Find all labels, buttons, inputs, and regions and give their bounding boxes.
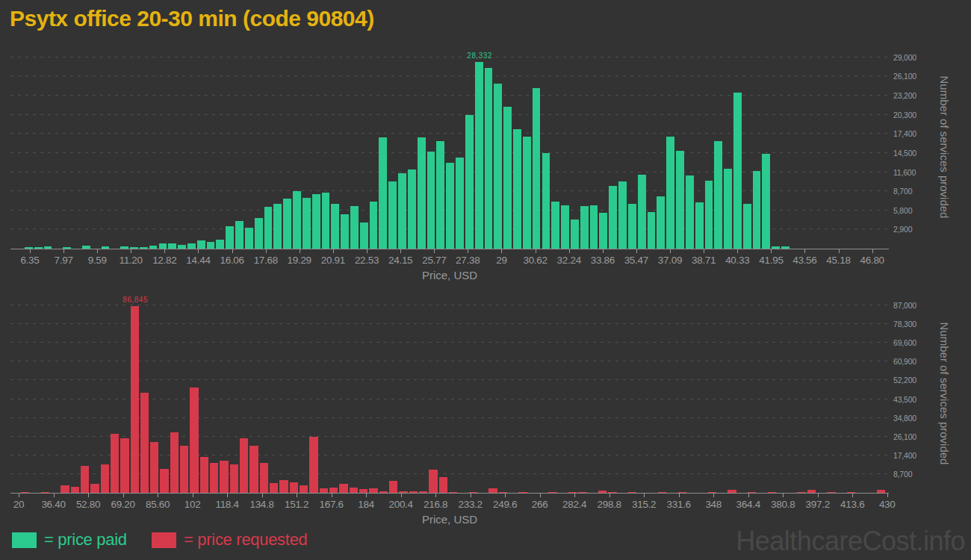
legend-item-price-requested: = price requested (152, 530, 308, 550)
grid-line (10, 361, 889, 361)
histogram-bar[interactable] (847, 492, 855, 494)
histogram-bar[interactable] (518, 492, 527, 494)
chart-page: Psytx office 20-30 min (code 90804) 28,3… (0, 0, 971, 560)
grid-line (10, 379, 889, 380)
x-tick-mark (227, 494, 228, 497)
x-tick-mark (123, 494, 124, 497)
histogram-bar[interactable] (469, 492, 477, 494)
x-tick-label: 331.6 (667, 499, 691, 510)
histogram-bar[interactable] (270, 483, 278, 493)
histogram-bar[interactable] (309, 437, 317, 493)
histogram-bar[interactable] (320, 488, 328, 493)
histogram-bar[interactable] (548, 492, 556, 494)
histogram-bar[interactable] (379, 491, 388, 493)
histogram-bar[interactable] (170, 432, 179, 493)
histogram-bar[interactable] (240, 438, 248, 493)
histogram-bar[interactable] (708, 492, 716, 494)
histogram-bar[interactable] (111, 434, 119, 493)
peak-value-label: 86,845 (122, 296, 148, 304)
histogram-bar[interactable] (359, 489, 367, 493)
histogram-bar[interactable] (658, 492, 666, 494)
histogram-bar[interactable] (101, 464, 109, 493)
histogram-bar[interactable] (499, 492, 507, 494)
histogram-bar[interactable] (21, 492, 29, 494)
histogram-bar[interactable] (628, 492, 636, 494)
histogram-bar[interactable] (419, 491, 427, 493)
histogram-bar[interactable] (71, 487, 79, 493)
histogram-bar[interactable] (439, 477, 447, 493)
legend-item-price-paid: = price paid (12, 530, 127, 550)
histogram-bar[interactable] (608, 492, 616, 494)
x-tick-label: 85.60 (146, 499, 170, 510)
histogram-bar[interactable] (568, 492, 577, 494)
x-tick-label: 52.80 (76, 499, 100, 510)
histogram-bar[interactable] (260, 463, 268, 493)
legend-label-price-requested: = price requested (184, 530, 308, 550)
x-tick-mark (332, 494, 332, 497)
x-tick-label: 249.6 (493, 499, 517, 510)
histogram-bar[interactable] (190, 388, 198, 493)
y-tick-label: 26,100 (893, 432, 916, 441)
histogram-bar[interactable] (399, 491, 407, 493)
x-axis-title: Price, USD (10, 513, 889, 526)
price-paid-swatch (12, 532, 37, 548)
histogram-bar[interactable] (797, 492, 805, 494)
x-tick-label: 134.8 (249, 499, 273, 510)
x-tick-mark (679, 494, 680, 497)
x-tick-mark (193, 494, 193, 497)
histogram-bar[interactable] (131, 306, 139, 493)
histogram-bar[interactable] (339, 484, 347, 493)
histogram-bar[interactable] (409, 491, 418, 493)
x-tick-mark (262, 494, 263, 497)
x-tick-label: 364.4 (736, 499, 760, 510)
y-tick-label: 17,400 (893, 451, 916, 460)
histogram-bar[interactable] (90, 484, 99, 493)
histogram-bar[interactable] (200, 457, 208, 493)
x-tick-mark (783, 494, 784, 497)
histogram-bar[interactable] (578, 492, 586, 494)
histogram-bar[interactable] (449, 492, 457, 494)
histogram-bar[interactable] (728, 490, 736, 493)
histogram-bar[interactable] (389, 481, 397, 493)
histogram-bar[interactable] (807, 490, 816, 493)
histogram-bar[interactable] (300, 485, 308, 493)
histogram-bar[interactable] (140, 393, 149, 493)
histogram-bar[interactable] (290, 482, 298, 493)
histogram-bar[interactable] (827, 492, 835, 494)
histogram-bar[interactable] (369, 488, 377, 493)
histogram-bar[interactable] (41, 492, 49, 494)
histogram-bar[interactable] (350, 488, 358, 493)
histogram-bar[interactable] (429, 470, 437, 493)
price-requested-x-axis: Price, USD 2036.4052.8069.2085.60102118.… (10, 494, 889, 529)
histogram-bar[interactable] (877, 490, 885, 493)
y-tick-label: 69,600 (893, 338, 916, 347)
histogram-bar[interactable] (150, 442, 158, 493)
x-tick-mark (19, 494, 19, 497)
histogram-bar[interactable] (160, 469, 168, 493)
histogram-bar[interactable] (180, 446, 188, 493)
histogram-bar[interactable] (81, 466, 89, 493)
x-tick-mark (297, 494, 297, 497)
x-tick-mark (540, 494, 541, 497)
histogram-bar[interactable] (210, 463, 218, 493)
histogram-bar[interactable] (120, 438, 128, 493)
histogram-bar[interactable] (329, 488, 338, 493)
histogram-bar[interactable] (768, 492, 776, 494)
histogram-bar[interactable] (598, 491, 607, 493)
histogram-bar[interactable] (488, 488, 497, 493)
grid-line (10, 342, 889, 343)
histogram-bar[interactable] (230, 464, 238, 493)
x-tick-mark (401, 494, 402, 497)
histogram-bar[interactable] (279, 480, 288, 493)
x-tick-label: 298.8 (598, 499, 621, 510)
x-tick-mark (748, 494, 749, 497)
histogram-bar[interactable] (61, 485, 69, 493)
histogram-bar[interactable] (249, 446, 258, 493)
x-tick-mark (887, 494, 888, 497)
y-tick-label: 87,000 (893, 301, 916, 310)
histogram-bar[interactable] (748, 492, 756, 494)
price-requested-swatch (152, 532, 176, 548)
histogram-bar[interactable] (220, 461, 228, 493)
histogram-bar[interactable] (678, 492, 686, 494)
x-tick-label: 266 (532, 499, 548, 510)
